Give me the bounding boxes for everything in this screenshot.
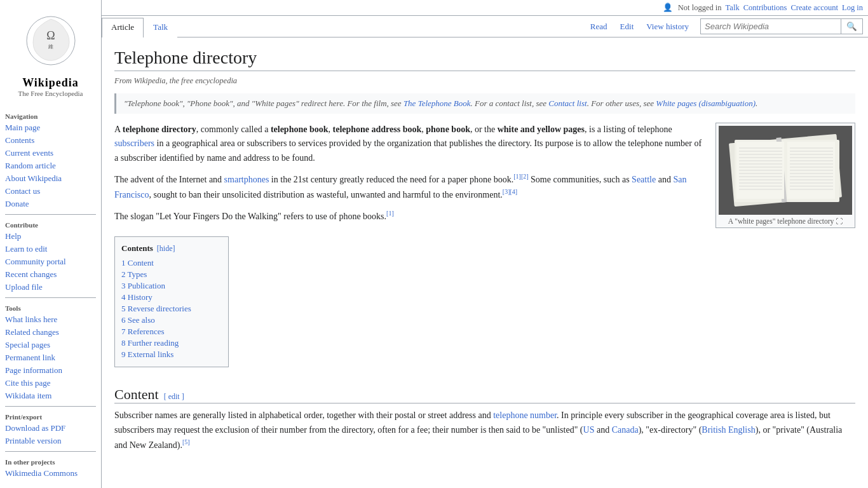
toc-item: 9 External links	[121, 349, 218, 360]
sidebar-item-wikidata-item[interactable]: Wikidata item	[0, 390, 101, 402]
ref-3: [3]	[503, 188, 510, 195]
toc-link-2[interactable]: 2 Types	[121, 269, 147, 279]
sidebar-item-about-wikipedia[interactable]: About Wikipedia	[0, 172, 101, 185]
image-caption: A "white pages" telephone directory ⛶	[719, 217, 852, 225]
header-user-links: 👤 Not logged in Talk Contributions Creat…	[663, 3, 863, 13]
sidebar-item-donate[interactable]: Donate	[0, 198, 101, 210]
wikipedia-logo: Ω 維	[25, 15, 76, 66]
smartphones-link[interactable]: smartphones	[224, 175, 269, 184]
intro-paragraph-2: The advent of the Internet and smartphon…	[114, 172, 705, 202]
san-francisco-link[interactable]: San Francisco	[114, 175, 686, 200]
us-link[interactable]: US	[583, 425, 595, 435]
toc-link-5[interactable]: 5 Reverse directories	[121, 304, 191, 313]
image-box: A "white pages" telephone directory ⛶	[715, 123, 855, 228]
sidebar-item-wikimedia-commons[interactable]: Wikimedia Commons	[0, 467, 101, 480]
sidebar-item-help[interactable]: Help	[0, 230, 101, 243]
toc-link-8[interactable]: 8 Further reading	[121, 338, 179, 348]
sidebar-item-current-events[interactable]: Current events	[0, 147, 101, 159]
sidebar-item-what-links-here[interactable]: What links here	[0, 313, 101, 326]
bold-phone-book: phone book	[426, 125, 470, 134]
content-edit-link[interactable]: [ edit ]	[164, 392, 184, 402]
search-button[interactable]: 🔍	[841, 19, 862, 34]
sidebar-item-learn-to-edit[interactable]: Learn to edit	[0, 243, 101, 255]
british-english-link[interactable]: British English	[702, 425, 755, 435]
sidebar-item-page-information[interactable]: Page information	[0, 364, 101, 377]
sidebar-item-random-article[interactable]: Random article	[0, 159, 101, 172]
hatnote-text-2: . For a contact list, see	[471, 98, 549, 108]
sidebar-item-permanent-link[interactable]: Permanent link	[0, 351, 101, 364]
toc-link-9[interactable]: 9 External links	[121, 349, 173, 359]
nav-section-title: Navigation	[0, 110, 101, 121]
canada-link[interactable]: Canada	[612, 425, 639, 435]
ref-1: [1]	[513, 173, 521, 180]
content-paragraph-1: Subscriber names are generally listed in…	[114, 409, 855, 452]
sidebar-item-contact-us[interactable]: Contact us	[0, 185, 101, 198]
hatnote-link-2[interactable]: Contact list	[548, 98, 587, 108]
sidebar: Ω 維 Wikipedia The Free Encyclopedia Navi…	[0, 0, 102, 488]
toc-link-7[interactable]: 7 References	[121, 327, 165, 336]
article-body: A telephone directory, commonly called a…	[114, 123, 855, 376]
toc-link-3[interactable]: 3 Publication	[121, 281, 165, 290]
action-read[interactable]: Read	[584, 18, 614, 37]
toc-hide-button[interactable]: [hide]	[157, 244, 175, 254]
toc-heading: Contents	[121, 243, 153, 254]
subscribers-link[interactable]: subscribers	[114, 139, 154, 148]
toc-item: 3 Publication	[121, 280, 218, 292]
tab-talk[interactable]: Talk	[144, 18, 177, 37]
bold-telephone-address-book: telephone address book	[333, 125, 422, 134]
create-account-link[interactable]: Create account	[790, 3, 838, 13]
site-wordmark: Wikipedia	[0, 76, 101, 90]
content-section-heading: Content [ edit ]	[114, 386, 855, 403]
sidebar-item-download-as-pdf[interactable]: Download as PDF	[0, 422, 101, 435]
sidebar-item-cite-this-page[interactable]: Cite this page	[0, 377, 101, 390]
logo-area: Ω 維 Wikipedia The Free Encyclopedia	[0, 5, 101, 110]
sidebar-item-special-pages[interactable]: Special pages	[0, 339, 101, 351]
other-items: Wikimedia Commons	[0, 467, 101, 480]
sidebar-item-related-changes[interactable]: Related changes	[0, 326, 101, 339]
ref-2: [2]	[521, 173, 529, 180]
image-expand-icon[interactable]: ⛶	[836, 217, 843, 225]
tab-article[interactable]: Article	[102, 18, 144, 37]
sidebar-item-community-portal[interactable]: Community portal	[0, 255, 101, 268]
image-placeholder	[719, 126, 852, 215]
hatnote-link-1[interactable]: The Telephone Book	[403, 98, 471, 108]
article-text: A telephone directory, commonly called a…	[114, 123, 705, 376]
log-in-link[interactable]: Log in	[842, 3, 863, 13]
talk-link[interactable]: Talk	[726, 3, 740, 13]
toc-link-6[interactable]: 6 See also	[121, 315, 155, 325]
hatnote-text-prefix: "Telephone book", "Phone book", and "Whi…	[124, 98, 403, 108]
site-tagline: The Free Encyclopedia	[0, 90, 101, 97]
sidebar-item-main-page[interactable]: Main page	[0, 121, 101, 134]
main-area: 👤 Not logged in Talk Contributions Creat…	[102, 0, 868, 488]
tools-items: What links hereRelated changesSpecial pa…	[0, 313, 101, 402]
print-section: Print/export Download as PDFPrintable ve…	[0, 410, 101, 447]
ref-4: [4]	[510, 188, 518, 195]
toc-item: 8 Further reading	[121, 337, 218, 349]
contribute-section: Contribute HelpLearn to editCommunity po…	[0, 219, 101, 294]
action-edit[interactable]: Edit	[614, 18, 641, 37]
action-view-history[interactable]: View history	[640, 18, 695, 37]
sidebar-item-printable-version[interactable]: Printable version	[0, 435, 101, 447]
contributions-link[interactable]: Contributions	[743, 3, 787, 13]
toc-item: 6 See also	[121, 315, 218, 326]
sidebar-item-contents[interactable]: Contents	[0, 134, 101, 147]
svg-text:Ω: Ω	[46, 29, 55, 42]
hatnote-link-3[interactable]: White pages (disambiguation)	[656, 98, 756, 108]
intro-paragraph-3: The slogan "Let Your Fingers Do the Walk…	[114, 208, 705, 224]
telephone-number-link[interactable]: telephone number	[493, 410, 557, 420]
toc-item: 1 Content	[121, 257, 218, 269]
sidebar-item-upload-file[interactable]: Upload file	[0, 281, 101, 294]
top-header: 👤 Not logged in Talk Contributions Creat…	[102, 0, 868, 16]
seattle-link[interactable]: Seattle	[632, 175, 656, 184]
page-title: Telephone directory	[114, 48, 855, 71]
search-input[interactable]	[701, 19, 841, 34]
toc-item: 7 References	[121, 326, 218, 337]
svg-text:維: 維	[48, 44, 53, 50]
other-section: In other projects Wikimedia Commons	[0, 456, 101, 480]
ref-1b: [1]	[386, 210, 394, 217]
toc-link-1[interactable]: 1 Content	[121, 258, 154, 268]
sidebar-item-recent-changes[interactable]: Recent changes	[0, 268, 101, 281]
image-caption-text: A "white pages" telephone directory	[728, 217, 834, 225]
toc-title: Contents [hide]	[121, 243, 218, 254]
toc-link-4[interactable]: 4 History	[121, 292, 153, 302]
